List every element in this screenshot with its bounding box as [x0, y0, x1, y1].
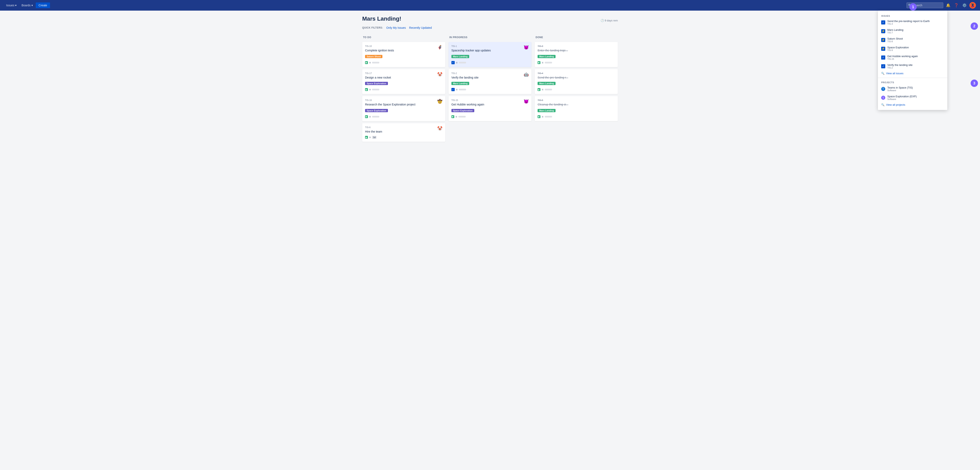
- card-footer-tis-10: ▶ ≡: [365, 61, 442, 64]
- card-title-tis-1: Spaceship tracker app updates: [452, 49, 529, 52]
- issues-label: Issues: [6, 4, 14, 7]
- progress-bar-tis-17: [372, 89, 379, 91]
- card-tag-tis-3: Mars Landing: [538, 55, 555, 58]
- eq-icon-tis-5: ≡: [542, 115, 543, 118]
- card-tag-tis-15: Space Exploration: [452, 109, 474, 112]
- dropdown-project-1[interactable]: T Teams in Space (TIS) Software: [878, 84, 947, 93]
- card-id-tis-17: TIS-17: [365, 72, 442, 75]
- card-tis-6[interactable]: TIS-6 Hire the team 🤡 ▶ ≡ 1d: [362, 123, 445, 142]
- column-inprogress-cards: TIS-1 Spaceship tracker app updates Mars…: [449, 42, 531, 121]
- progress-bar-tis-10: [372, 62, 379, 64]
- card-tis-10[interactable]: TIS-10 Complete ignition tests Saturn Sh…: [362, 42, 445, 67]
- card-tis-2[interactable]: TIS-2 Verify the landing site Mars Landi…: [449, 69, 531, 94]
- card-avatar-tis-2: 🤖: [523, 71, 529, 77]
- card-avatar-tis-1: 😈: [523, 44, 529, 50]
- story-icon-tis-17: ▶: [365, 88, 368, 91]
- card-tis-17[interactable]: TIS-17 Design a new rocket Space Explora…: [362, 69, 445, 94]
- column-todo-cards: TIS-10 Complete ignition tests Saturn Sh…: [362, 42, 445, 142]
- dropdown-issue-1[interactable]: ✓ Send the pre-landing report to Earth T…: [878, 18, 947, 27]
- column-inprogress: IN PROGRESS TIS-1 Spaceship tracker app …: [449, 34, 531, 121]
- card-id-tis-10: TIS-10: [365, 45, 442, 47]
- issue-story-icon-4: ⚡: [881, 47, 885, 51]
- view-all-issues-link[interactable]: 🔍 View all issues: [878, 71, 947, 76]
- settings-button[interactable]: ⚙️: [961, 2, 968, 9]
- dropdown-issue-6[interactable]: ✓ Verify the landing site TIS-2: [878, 62, 947, 71]
- card-tis-15[interactable]: TIS-15 Get Hubble working again Space Ex…: [449, 96, 531, 121]
- notification-button[interactable]: 🔔: [945, 2, 951, 9]
- view-all-projects-link[interactable]: 🔍 View all projects: [878, 102, 947, 108]
- column-todo-header: TO DO: [362, 34, 445, 40]
- progress-bar-tis-2: [459, 89, 466, 91]
- card-tis-4[interactable]: TIS-4 Send the pre-landing r... Mars Lan…: [535, 69, 618, 94]
- card-title-tis-2: Verify the landing site: [452, 76, 529, 80]
- help-button[interactable]: ❓: [953, 2, 959, 9]
- story-icon-tis-4: ▶: [538, 88, 541, 91]
- issue-text-6: Verify the landing site TIS-2: [887, 64, 944, 69]
- timer-text: 9 days rem: [605, 19, 618, 22]
- view-all-projects-label: View all projects: [886, 103, 905, 106]
- timer-badge: 🕐 9 days rem: [601, 19, 618, 22]
- column-todo: TO DO TIS-10 Complete ignition tests Sat…: [362, 34, 445, 142]
- card-tis-3[interactable]: TIS-3 Enter the landing traje... Mars La…: [535, 42, 618, 67]
- check-icon-tis-1: ✓: [452, 61, 455, 64]
- card-tis-5[interactable]: TIS-5 Cleanup the landing si... Mars Lan…: [535, 96, 618, 121]
- card-tag-tis-2: Mars Landing: [452, 82, 469, 85]
- issue-check-icon-1: ✓: [881, 21, 885, 24]
- dropdown-project-2[interactable]: S Space Exploration (EXP) Software: [878, 93, 947, 102]
- issue-title-6: Verify the landing site: [887, 64, 944, 67]
- boards-menu[interactable]: Boards ▾: [19, 2, 35, 8]
- annotation-1: 1: [909, 3, 917, 11]
- quick-filters-label: QUICK FILTERS:: [362, 26, 383, 29]
- card-footer-tis-3: ▶ ≡: [538, 61, 615, 64]
- issue-sub-2: TIS-7: [887, 32, 944, 34]
- eq-icon-tis-17: ≡: [369, 88, 371, 91]
- card-id-tis-6: TIS-6: [365, 126, 442, 129]
- view-all-issues-label: View all issues: [886, 72, 904, 75]
- issues-section-label: ISSUES: [878, 13, 947, 18]
- issue-text-5: Get Hubble working again TIS-15: [887, 55, 944, 60]
- story-icon-tis-16: ▶: [365, 115, 368, 118]
- card-title-tis-3: Enter the landing traje...: [538, 49, 615, 52]
- annotation-2: 2: [970, 22, 978, 30]
- issue-sub-4: TIS-9: [887, 49, 944, 51]
- story-icon-tis-6: ▶: [365, 136, 368, 139]
- page-container: Mars Landing! 🕐 9 days rem QUICK FILTERS…: [357, 11, 623, 147]
- page-header-row: Mars Landing! 🕐 9 days rem: [362, 16, 618, 25]
- check-icon-tis-2: ✓: [452, 88, 455, 91]
- progress-bar-tis-16: [372, 116, 379, 118]
- card-id-tis-1: TIS-1: [452, 45, 529, 47]
- boards-chevron-icon: ▾: [32, 4, 33, 7]
- card-footer-tis-5: ▶ ≡: [538, 115, 615, 118]
- dropdown-issue-3[interactable]: ⚡ Saturn Shoot TIS-8: [878, 35, 947, 44]
- card-title-tis-16: Research the Space Exploration project: [365, 103, 442, 107]
- card-avatar-tis-16: 🤠: [437, 98, 443, 104]
- card-title-tis-4: Send the pre-landing r...: [538, 76, 615, 80]
- card-tag-tis-17: Space Exploration: [365, 82, 388, 85]
- create-button[interactable]: Create: [36, 2, 50, 8]
- card-avatar-tis-17: 🤡: [437, 71, 443, 77]
- card-title-tis-15: Get Hubble working again: [452, 103, 529, 107]
- issues-menu[interactable]: Issues ▾: [4, 2, 19, 8]
- nav-left: Issues ▾ Boards ▾ Create: [4, 2, 50, 8]
- issue-title-3: Saturn Shoot: [887, 37, 944, 40]
- issues-chevron-icon: ▾: [15, 4, 16, 7]
- filter-my-issues[interactable]: Only My Issues: [386, 26, 406, 29]
- navbar: Issues ▾ Boards ▾ Create 🔍 🔔 ❓ ⚙️ 🦹: [0, 0, 980, 11]
- card-tis-16[interactable]: TIS-16 Research the Space Exploration pr…: [362, 96, 445, 121]
- user-avatar[interactable]: 🦹: [969, 2, 976, 9]
- dropdown-issue-5[interactable]: ✓ Get Hubble working again TIS-15: [878, 53, 947, 62]
- issue-text-2: Mars Landing TIS-7: [887, 29, 944, 34]
- progress-bar-tis-3: [545, 62, 552, 64]
- issue-text-1: Send the pre-landing report to Earth TIS…: [887, 20, 944, 25]
- story-icon-tis-3: ▶: [538, 61, 541, 64]
- progress-bar-tis-4: [545, 89, 552, 91]
- dropdown-issue-2[interactable]: ⚡ Mars Landing TIS-7: [878, 27, 947, 35]
- dropdown-issue-4[interactable]: ⚡ Space Exploration TIS-9: [878, 44, 947, 53]
- card-id-tis-3: TIS-3: [538, 45, 615, 47]
- card-tag-tis-5: Mars Landing: [538, 109, 555, 112]
- filter-recently-updated[interactable]: Recently Updated: [409, 26, 432, 29]
- card-id-tis-5: TIS-5: [538, 99, 615, 102]
- project-sub-2: Software: [887, 98, 944, 100]
- card-tis-1[interactable]: TIS-1 Spaceship tracker app updates Mars…: [449, 42, 531, 67]
- card-footer-tis-6: ▶ ≡ 1d: [365, 136, 442, 139]
